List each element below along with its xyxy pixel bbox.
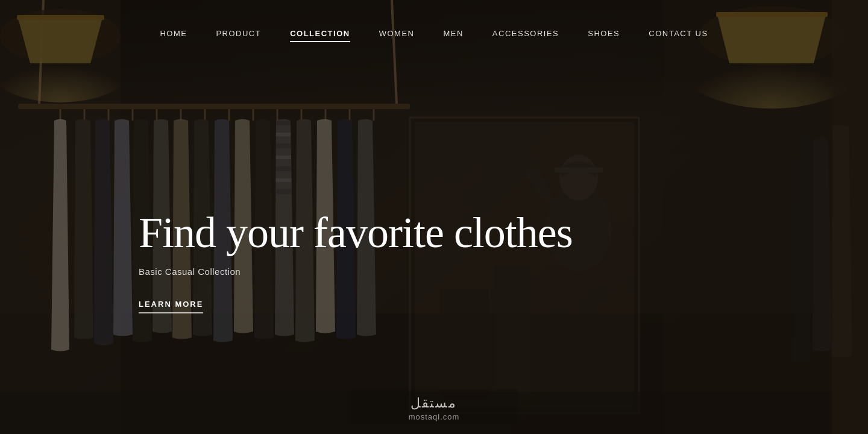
watermark: مستقل mostaql.com: [409, 395, 460, 422]
nav-link-contact[interactable]: CONTACT US: [649, 29, 708, 38]
nav-list: HOME PRODUCT COLLECTION WOMEN MEN ACCESS…: [160, 28, 708, 39]
hero-subtitle: Basic Casual Collection: [139, 266, 573, 277]
nav-item-shoes[interactable]: SHOES: [588, 28, 620, 39]
nav-link-shoes[interactable]: SHOES: [588, 29, 620, 38]
nav-item-collection[interactable]: COLLECTION: [290, 28, 350, 39]
nav-item-home[interactable]: HOME: [160, 28, 187, 39]
main-nav: HOME PRODUCT COLLECTION WOMEN MEN ACCESS…: [0, 0, 868, 66]
nav-link-men[interactable]: MEN: [443, 29, 463, 38]
nav-link-women[interactable]: WOMEN: [379, 29, 415, 38]
nav-item-product[interactable]: PRODUCT: [216, 28, 261, 39]
hero-title: Find your favorite clothes: [139, 209, 573, 257]
learn-more-button[interactable]: LEARN MORE: [139, 300, 203, 313]
nav-link-home[interactable]: HOME: [160, 29, 187, 38]
nav-item-accessories[interactable]: ACCESSORIES: [492, 28, 559, 39]
nav-item-contact[interactable]: CONTACT US: [649, 28, 708, 39]
nav-link-accessories[interactable]: ACCESSORIES: [492, 29, 559, 38]
nav-link-collection[interactable]: COLLECTION: [290, 29, 350, 38]
hero-content: Find your favorite clothes Basic Casual …: [139, 209, 573, 313]
watermark-arabic-text: مستقل: [409, 395, 460, 411]
nav-item-women[interactable]: WOMEN: [379, 28, 415, 39]
nav-link-product[interactable]: PRODUCT: [216, 29, 261, 38]
nav-item-men[interactable]: MEN: [443, 28, 463, 39]
watermark-latin-text: mostaql.com: [409, 412, 460, 421]
hero-section: HOME PRODUCT COLLECTION WOMEN MEN ACCESS…: [0, 0, 868, 434]
